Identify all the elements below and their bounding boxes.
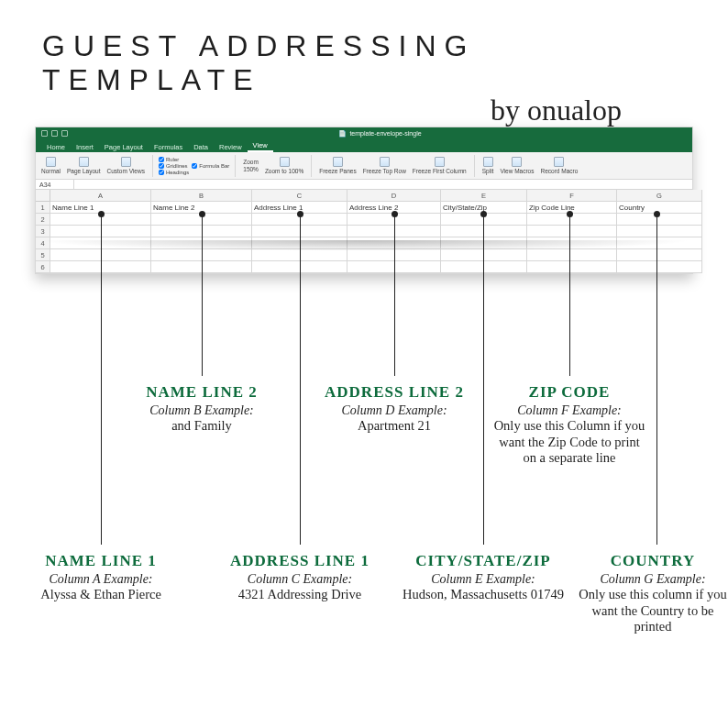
callout-line bbox=[483, 215, 484, 545]
callout-ex: Only use this Column if you want the Zip… bbox=[491, 418, 647, 467]
select-all-corner[interactable] bbox=[36, 190, 50, 202]
tab-data[interactable]: Data bbox=[188, 141, 214, 152]
col-header-a[interactable]: A bbox=[50, 190, 151, 202]
record-macro-button[interactable]: Record Macro bbox=[538, 157, 579, 174]
header: GUEST ADDRESSING TEMPLATE by onualop bbox=[42, 29, 686, 127]
custom-views-button[interactable]: Custom Views bbox=[105, 157, 146, 174]
page-layout-button[interactable]: Page Layout bbox=[65, 157, 103, 174]
spreadsheet-grid: A B C D E F G 1 Name Line 1 Name Line 2 … bbox=[36, 190, 692, 273]
row-header[interactable]: 2 bbox=[36, 214, 50, 226]
label: Zoom bbox=[243, 159, 259, 165]
checkbox[interactable] bbox=[159, 157, 164, 162]
qat-icon[interactable] bbox=[41, 130, 48, 137]
doc-icon bbox=[79, 157, 89, 167]
cell[interactable] bbox=[617, 226, 702, 237]
callout-country: COUNTRY Column G Example: Only use this … bbox=[576, 552, 728, 635]
tab-page-layout[interactable]: Page Layout bbox=[99, 141, 149, 152]
callout-line bbox=[202, 215, 203, 376]
checkbox[interactable] bbox=[192, 163, 197, 169]
show-checks-left: Ruler Gridlines Headings bbox=[159, 157, 189, 175]
ribbon-group-show: Ruler Gridlines Headings Formula Bar bbox=[159, 155, 236, 177]
checkbox[interactable] bbox=[159, 170, 164, 175]
label: Freeze First Column bbox=[413, 168, 467, 174]
tab-insert[interactable]: Insert bbox=[71, 141, 99, 152]
cell[interactable] bbox=[527, 226, 617, 237]
ribbon-group-freeze: Freeze Panes Freeze Top Row Freeze First… bbox=[317, 155, 475, 177]
freeze-panes-button[interactable]: Freeze Panes bbox=[317, 157, 358, 174]
row-header[interactable]: 6 bbox=[36, 261, 50, 273]
callout-label: CITY/STATE/ZIP bbox=[387, 552, 579, 570]
cell[interactable] bbox=[441, 226, 527, 237]
document-title: template-envelope-single bbox=[73, 130, 687, 138]
col-header-g[interactable]: G bbox=[617, 190, 702, 202]
cell[interactable] bbox=[441, 249, 527, 261]
cell[interactable] bbox=[527, 237, 617, 249]
page-title: GUEST ADDRESSING TEMPLATE bbox=[42, 29, 686, 97]
ruler-check[interactable]: Ruler bbox=[159, 157, 189, 162]
titlebar: template-envelope-single bbox=[36, 127, 692, 139]
cell[interactable] bbox=[617, 237, 702, 249]
tab-view[interactable]: View bbox=[248, 139, 273, 152]
freeze-icon bbox=[435, 157, 445, 167]
headings-check[interactable]: Headings bbox=[159, 170, 189, 175]
label: Split bbox=[482, 168, 494, 174]
freeze-top-row-button[interactable]: Freeze Top Row bbox=[361, 157, 408, 174]
ribbon-group-macros: Split View Macros Record Macro bbox=[480, 155, 586, 177]
col-header-d[interactable]: D bbox=[347, 190, 441, 202]
callout-name-line-2: NAME LINE 2 Column B Example: and Family bbox=[119, 383, 284, 435]
row-header[interactable]: 3 bbox=[36, 226, 50, 237]
name-box[interactable]: A34 bbox=[36, 180, 74, 189]
freeze-first-col-button[interactable]: Freeze First Column bbox=[411, 157, 469, 174]
callout-sub: Column A Example: bbox=[18, 572, 183, 587]
callout-ex: and Family bbox=[119, 418, 284, 435]
zoom-button[interactable]: Zoom150% bbox=[241, 159, 260, 172]
callout-zip-code: ZIP CODE Column F Example: Only use this… bbox=[491, 383, 647, 467]
excel-window: template-envelope-single Home Insert Pag… bbox=[35, 127, 693, 274]
formula-bar-check[interactable]: Formula Bar bbox=[192, 163, 229, 169]
split-button[interactable]: Split bbox=[480, 157, 496, 174]
label: Freeze Panes bbox=[319, 168, 356, 174]
cell[interactable] bbox=[441, 237, 527, 249]
col-header-c[interactable]: C bbox=[252, 190, 347, 202]
gridlines-check[interactable]: Gridlines bbox=[159, 163, 189, 169]
zoom-value: 150% bbox=[243, 166, 259, 172]
view-macros-button[interactable]: View Macros bbox=[498, 157, 535, 174]
callout-ex: 4321 Addressing Drive bbox=[217, 587, 382, 603]
doc-icon bbox=[121, 157, 131, 167]
callout-label: ADDRESS LINE 1 bbox=[217, 552, 382, 570]
ribbon-tabs: Home Insert Page Layout Formulas Data Re… bbox=[36, 139, 692, 152]
callout-line bbox=[101, 215, 102, 545]
checkbox[interactable] bbox=[159, 163, 164, 169]
qat-icon[interactable] bbox=[51, 130, 58, 137]
ribbon-group-zoom: Zoom150% Zoom to 100% bbox=[241, 155, 312, 177]
byline: by onualop bbox=[42, 94, 686, 127]
label: Freeze Top Row bbox=[363, 168, 406, 174]
callout-sub: Column D Example: bbox=[312, 403, 477, 418]
row-header[interactable]: 1 bbox=[36, 202, 50, 214]
normal-view-button[interactable]: Normal bbox=[39, 157, 62, 174]
ribbon-group-views: Normal Page Layout Custom Views bbox=[39, 155, 153, 177]
tab-home[interactable]: Home bbox=[41, 141, 71, 152]
col-header-e[interactable]: E bbox=[441, 190, 527, 202]
cell[interactable] bbox=[527, 261, 617, 273]
tab-review[interactable]: Review bbox=[214, 141, 248, 152]
callout-label: NAME LINE 1 bbox=[18, 552, 183, 570]
cell[interactable] bbox=[617, 261, 702, 273]
callout-address-line-2: ADDRESS LINE 2 Column D Example: Apartme… bbox=[312, 383, 477, 435]
cell[interactable] bbox=[527, 249, 617, 261]
row-header[interactable]: 4 bbox=[36, 237, 50, 249]
formula-bar[interactable] bbox=[74, 180, 692, 189]
col-header-b[interactable]: B bbox=[151, 190, 252, 202]
row-header[interactable]: 5 bbox=[36, 249, 50, 261]
label: Zoom to 100% bbox=[265, 168, 303, 174]
callout-ex: Only use this column if you want the Cou… bbox=[576, 587, 728, 635]
qat-icon[interactable] bbox=[61, 130, 68, 137]
callout-sub: Column F Example: bbox=[491, 403, 647, 418]
callout-ex: Alyssa & Ethan Pierce bbox=[18, 587, 183, 603]
cell[interactable] bbox=[441, 261, 527, 273]
callout-city-state-zip: CITY/STATE/ZIP Column E Example: Hudson,… bbox=[387, 552, 579, 603]
cell[interactable] bbox=[617, 249, 702, 261]
zoom-100-button[interactable]: Zoom to 100% bbox=[263, 157, 305, 174]
tab-formulas[interactable]: Formulas bbox=[149, 141, 188, 152]
col-header-f[interactable]: F bbox=[527, 190, 617, 202]
